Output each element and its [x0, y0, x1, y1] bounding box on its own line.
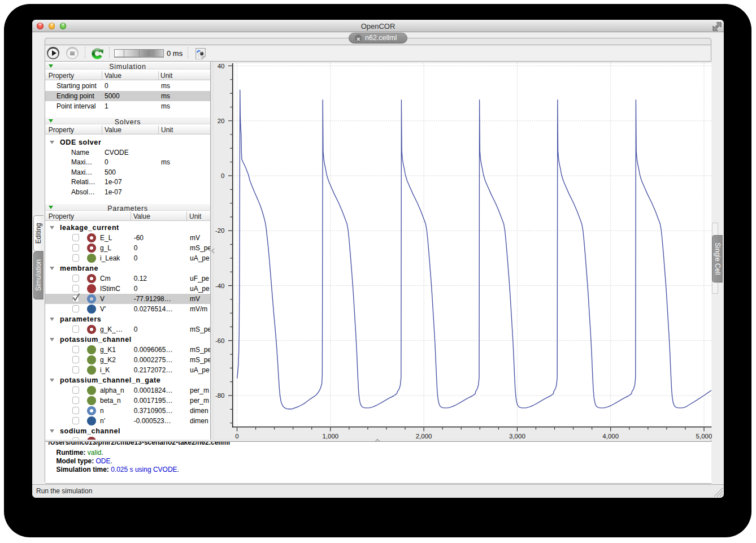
svg-text:0: 0 [221, 172, 224, 179]
svg-text:3,000: 3,000 [509, 432, 525, 439]
svg-text:-60: -60 [215, 337, 224, 344]
svg-text:20: 20 [217, 117, 224, 124]
svg-text:-40: -40 [215, 282, 224, 289]
svg-text:5,000: 5,000 [696, 432, 711, 439]
svg-text:-80: -80 [215, 392, 224, 399]
svg-text:4,000: 4,000 [602, 432, 619, 439]
svg-text:0: 0 [235, 432, 238, 439]
svg-text:2,000: 2,000 [415, 432, 432, 439]
svg-text:-20: -20 [215, 227, 224, 234]
svg-text:40: 40 [217, 62, 224, 69]
svg-text:1,000: 1,000 [322, 432, 338, 439]
